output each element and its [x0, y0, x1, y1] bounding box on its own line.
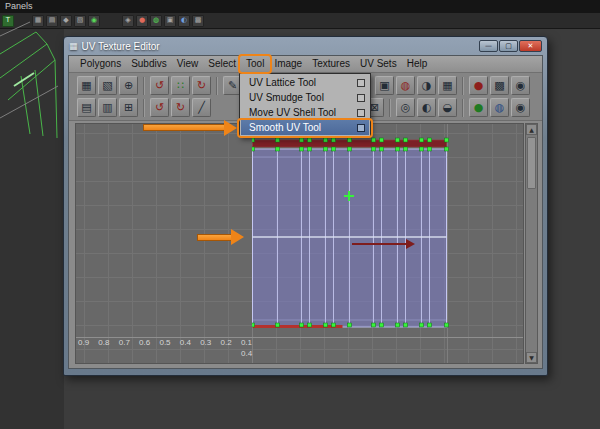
scroll-track[interactable] [526, 191, 537, 352]
snap-point-icon[interactable]: ◆ [60, 15, 72, 27]
move-uv-shell-tool-icon[interactable]: ⊕ [119, 76, 138, 95]
filtered-image-icon[interactable]: ◍ [396, 76, 415, 95]
menu-subdivs[interactable]: Subdivs [126, 56, 172, 72]
maximize-button[interactable]: ▢ [499, 40, 518, 52]
hypershade-icon[interactable]: ▩ [192, 15, 204, 27]
tool-options-box[interactable] [357, 124, 365, 132]
distortion-icon[interactable]: ◍ [490, 98, 509, 117]
panels-label[interactable]: Panels [5, 1, 33, 11]
toggle-ui-icon[interactable]: T [2, 15, 14, 27]
tool-options-box[interactable] [357, 109, 365, 117]
isolate-select-icon[interactable]: ◎ [396, 98, 415, 117]
toolbar-separator [143, 99, 145, 117]
tool-menu-item-uv-lattice-tool[interactable]: UV Lattice Tool [241, 75, 369, 90]
rotate-selected-cw-icon[interactable]: ↻ [171, 98, 190, 117]
toolbar-separator [462, 77, 464, 95]
canvas-wrap: 0.90.80.70.60.50.40.30.20.1 0.4 ▲ ▼ [75, 123, 538, 364]
close-button[interactable]: ✕ [519, 40, 542, 52]
window-icon: ▦ [69, 41, 78, 51]
make-live-icon[interactable]: ◉ [88, 15, 100, 27]
toolbar-separator [462, 99, 464, 117]
title-bar[interactable]: ▦ UV Texture Editor —▢✕ [68, 37, 543, 55]
menu-item-label: Move UV Shell Tool [249, 107, 336, 118]
tool-menu-item-smooth-uv-tool[interactable]: Smooth UV Tool [241, 120, 369, 135]
menu-polygons[interactable]: Polygons [75, 56, 126, 72]
window-controls: —▢✕ [479, 40, 542, 52]
toolbar-separator [143, 77, 145, 95]
tool-menu-dropdown: UV Lattice ToolUV Smudge ToolMove UV She… [239, 73, 371, 137]
axis-label: 0.3 [200, 338, 211, 347]
history-icon[interactable]: ◈ [122, 15, 134, 27]
menu-item-label: UV Smudge Tool [249, 92, 324, 103]
maya-screen: Panels T▦▤◆▧◉◈●◍▣◐▩ ▦ UV Texture Editor … [0, 0, 600, 429]
display-image-icon[interactable]: ▣ [375, 76, 394, 95]
menu-item-label: UV Lattice Tool [249, 77, 316, 88]
dim-image-icon[interactable]: ◑ [417, 76, 436, 95]
window-title: UV Texture Editor [82, 41, 160, 52]
texture-sphere-icon[interactable]: ◉ [511, 76, 530, 95]
menu-bar: PolygonsSubdivsViewSelectToolImageTextur… [69, 56, 542, 73]
minimize-button[interactable]: — [479, 40, 498, 52]
axis-label: 0.9 [78, 338, 89, 347]
tool-options-box[interactable] [357, 94, 365, 102]
uv-lattice-tool-icon[interactable]: ▦ [77, 76, 96, 95]
quick-toolbar: T▦▤◆▧◉◈●◍▣◐▩ [0, 13, 600, 29]
menu-help[interactable]: Help [402, 56, 433, 72]
flip-uvs-icon[interactable]: ∷ [171, 76, 190, 95]
add-to-isolate-icon[interactable]: ◐ [417, 98, 436, 117]
paint-effects-icon[interactable]: ◐ [178, 15, 190, 27]
uv-smudge-tool-icon[interactable]: ▧ [98, 76, 117, 95]
rotate-selected-ccw-icon[interactable]: ↺ [150, 98, 169, 117]
ipr-render-icon[interactable]: ◍ [150, 15, 162, 27]
view-grid-icon[interactable]: ▦ [438, 76, 457, 95]
toolbar-gap [102, 20, 120, 21]
tool-options-box[interactable] [357, 79, 365, 87]
toolbar-gap [16, 20, 30, 21]
texture-borders-icon[interactable]: ◉ [511, 98, 530, 117]
u-axis-labels: 0.90.80.70.60.50.40.30.20.1 [78, 338, 252, 347]
uv-shell-mesh[interactable] [252, 136, 450, 336]
axis-origin-label: 0.4 [241, 349, 252, 358]
render-settings-icon[interactable]: ▣ [164, 15, 176, 27]
snap-curve-icon[interactable]: ▤ [46, 15, 58, 27]
copy-uvs-icon[interactable]: ▤ [77, 98, 96, 117]
paste-uvs-icon[interactable]: ▥ [98, 98, 117, 117]
menu-tool[interactable]: Tool [241, 56, 269, 72]
remove-from-isolate-icon[interactable]: ◒ [438, 98, 457, 117]
texture-red-icon[interactable]: ● [469, 76, 488, 95]
menu-view[interactable]: View [172, 56, 204, 72]
menu-item-label: Smooth UV Tool [249, 122, 321, 133]
rotate-uvs-ccw-icon[interactable]: ↺ [150, 76, 169, 95]
axis-label: 0.5 [159, 338, 170, 347]
snap-plane-icon[interactable]: ▧ [74, 15, 86, 27]
uv-canvas[interactable]: 0.90.80.70.60.50.40.30.20.1 0.4 [75, 123, 524, 364]
axis-label: 0.1 [241, 338, 252, 347]
toolbar-separator [216, 77, 218, 95]
snap-grid-icon[interactable]: ▦ [32, 15, 44, 27]
tool-menu-item-move-uv-shell-tool[interactable]: Move UV Shell Tool [241, 105, 369, 120]
render-icon[interactable]: ● [136, 15, 148, 27]
menu-image[interactable]: Image [269, 56, 307, 72]
toolbar-separator [389, 99, 391, 117]
vertical-scrollbar[interactable]: ▲ ▼ [525, 123, 538, 364]
axis-label: 0.2 [221, 338, 232, 347]
scroll-thumb[interactable] [527, 137, 536, 189]
axis-label: 0.7 [119, 338, 130, 347]
axis-label: 0.4 [180, 338, 191, 347]
texture-checker-icon[interactable]: ▩ [490, 76, 509, 95]
menu-textures[interactable]: Textures [307, 56, 355, 72]
scroll-up-button[interactable]: ▲ [526, 124, 537, 135]
axis-label: 0.8 [98, 338, 109, 347]
axis-label: 0.6 [139, 338, 150, 347]
panels-menu[interactable]: Panels [0, 0, 600, 13]
shaded-uvs-icon[interactable]: ● [469, 98, 488, 117]
viewport-background [0, 29, 64, 429]
menu-uv-sets[interactable]: UV Sets [355, 56, 402, 72]
tool-menu-item-uv-smudge-tool[interactable]: UV Smudge Tool [241, 90, 369, 105]
separate-uvs-icon[interactable]: ╱ [192, 98, 211, 117]
scroll-down-button[interactable]: ▼ [526, 352, 537, 363]
rotate-uvs-cw-icon[interactable]: ↻ [192, 76, 211, 95]
paste-u-v-icon[interactable]: ⊞ [119, 98, 138, 117]
menu-select[interactable]: Select [203, 56, 241, 72]
